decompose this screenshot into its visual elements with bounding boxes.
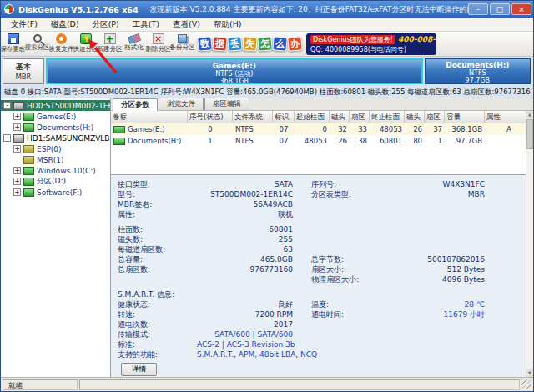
expand-icon[interactable]: + (13, 123, 21, 131)
disk-icon (13, 134, 24, 143)
partition-icon (113, 138, 125, 145)
tree-node-disk-hd0[interactable]: - HD0:ST500DM002-1ER14C(466GB) (1, 100, 110, 111)
collapse-icon[interactable]: - (3, 102, 11, 109)
search-icon (33, 34, 42, 43)
save-icon (8, 33, 19, 44)
ad-phone-number: 400-008-9958 (398, 35, 436, 43)
titlebar: DiskGenius V5.1.2.766 x64 发现新版本 V5.2.0.8… (1, 1, 533, 18)
delete-partition-button[interactable]: 删除分区 (146, 32, 170, 56)
expand-icon[interactable]: + (13, 167, 21, 174)
table-empty-space (111, 147, 533, 174)
tree-node-documents[interactable]: + Documents(H:) (1, 122, 110, 133)
menu-help[interactable]: 帮助(H) (207, 18, 249, 31)
tree-node-software[interactable]: + Software(F:) (1, 187, 110, 198)
search-partition-button[interactable]: 搜索分区 (25, 32, 49, 56)
ad-tile: 据 (212, 36, 227, 51)
tree-node-msr[interactable]: MSR(1) (1, 154, 110, 165)
disk-info-line: 磁盘 0 接口:SATA 型号:ST500DM002-1ER14C 序列号:W4… (4, 88, 531, 98)
format-button[interactable]: 格式化 (122, 32, 146, 56)
new-partition-icon (104, 33, 116, 44)
toolbar: 保存更改 搜索分区 恢复文件 快速分区 新建分区 格式化 删除分区 备份分区 (1, 32, 533, 57)
disk-tree-panel: - HD0:ST500DM002-1ER14C(466GB) + Games(E… (1, 98, 111, 377)
tree-node-windows10[interactable]: + Windows 10(C:) (1, 165, 110, 176)
ad-tile: 么 (272, 36, 287, 51)
expand-icon[interactable]: + (13, 188, 21, 196)
status-bar: 就绪 (1, 377, 533, 391)
partition-icon (23, 167, 34, 175)
menu-view[interactable]: 查看(V) (166, 18, 207, 31)
tab-partition-params[interactable]: 分区参数 (113, 98, 158, 111)
tab-browse-files[interactable]: 浏览文件 (159, 98, 204, 110)
ad-team-banner[interactable]: DiskGenius团队为您服务! 400-008-9958 QQ: 40000… (306, 33, 436, 55)
tree-node-fenqu-d[interactable]: + 分区(D:) (1, 176, 110, 187)
recover-icon (56, 33, 67, 44)
partition-bar: Games(E:) NTFS (活动) 368.1GB Documents(H:… (46, 58, 531, 84)
app-logo-icon (4, 4, 14, 14)
window-title: DiskGenius V5.1.2.766 x64 (18, 5, 139, 14)
format-icon (127, 33, 140, 44)
close-button[interactable]: × (511, 3, 531, 15)
menu-partition[interactable]: 分区(P) (86, 18, 126, 31)
partition-scheme-label: MBR (3, 73, 43, 81)
backup-partition-icon (178, 34, 187, 43)
expand-icon[interactable]: + (13, 178, 21, 185)
right-panel: 分区参数 浏览文件 扇区编辑 卷标 序号(状态) 文件系统 标识 起始柱面 磁头… (111, 98, 533, 377)
table-header: 卷标 序号(状态) 文件系统 标识 起始柱面 磁头 扇区 终止柱面 磁头 扇区 … (111, 111, 533, 123)
scroll-down-icon[interactable]: ▼ (526, 369, 533, 377)
partition-icon (23, 113, 34, 121)
ad-team-text: DiskGenius团队为您服务! (310, 35, 395, 44)
recover-files-button[interactable]: 恢复文件 (49, 32, 73, 56)
expand-icon[interactable]: + (13, 145, 21, 153)
tree-node-esp[interactable]: + ESP(0) (1, 143, 110, 154)
menu-disk[interactable]: 磁盘(D) (44, 18, 86, 31)
smart-detail-button[interactable]: 详情 (121, 363, 157, 376)
backup-partition-button[interactable]: 备份分区 (170, 32, 194, 56)
partition-block-games[interactable]: Games(E:) NTFS (活动) 368.1GB (46, 58, 423, 84)
maximize-button[interactable]: □ (490, 3, 510, 15)
menu-file[interactable]: 文件(F) (4, 18, 44, 31)
system-partition-icon (23, 156, 34, 164)
tab-sector-edit[interactable]: 扇区编辑 (204, 98, 249, 110)
system-partition-icon (23, 145, 34, 153)
ad-tile: 丢 (227, 36, 243, 52)
menu-bar: 文件(F) 磁盘(D) 分区(P) 工具(T) 查看(V) 帮助(H) (1, 18, 533, 32)
menu-tools[interactable]: 工具(T) (126, 18, 166, 31)
scroll-up-icon[interactable]: ▲ (526, 111, 533, 118)
ad-tile: 失 (242, 36, 257, 51)
ad-tile: 办 (287, 36, 303, 52)
ad-tile: 怎 (257, 36, 273, 52)
ad-qq-number: QQ: 4000089958(与电话同号) (310, 45, 432, 54)
disk-type-label: 基本 (3, 62, 43, 73)
collapse-icon[interactable]: - (3, 134, 11, 142)
partition-icon (113, 126, 125, 133)
disk-icon (13, 102, 24, 110)
panel-tabs: 分区参数 浏览文件 扇区编辑 (111, 98, 533, 111)
delete-partition-icon (153, 33, 164, 44)
expand-icon[interactable]: + (13, 113, 21, 120)
ad-tile: 数 (197, 36, 213, 52)
main-area: - HD0:ST500DM002-1ER14C(466GB) + Games(E… (1, 98, 533, 377)
table-row-games[interactable]: Games(E:) 0 NTFS 07 0 32 33 48053 26 37 … (111, 123, 533, 135)
diskgenius-window: DiskGenius V5.1.2.766 x64 发现新版本 V5.2.0.8… (0, 0, 534, 392)
smart-info-title: S.M.A.R.T. 信息: (118, 289, 525, 299)
vertical-scrollbar[interactable]: ▲ ▼ (526, 111, 533, 377)
disk-overview-panel: 基本 MBR Games(E:) NTFS (活动) 368.1GB Docum… (1, 57, 533, 98)
tree-node-games[interactable]: + Games(E:) (1, 111, 110, 122)
save-changes-button[interactable]: 保存更改 (1, 32, 25, 56)
partition-icon (23, 178, 34, 186)
tree-node-disk-hd1[interactable]: - HD1:SAMSUNGMZVLB256HAHQ-00000(238GB) (1, 133, 110, 143)
partition-icon (23, 123, 34, 132)
scrollbar-thumb[interactable] (526, 119, 533, 149)
disk-type-box: 基本 MBR (3, 58, 44, 84)
new-partition-button[interactable]: 新建分区 (98, 32, 122, 56)
resize-grip[interactable] (521, 379, 531, 389)
partition-block-documents[interactable]: Documents(H:) NTFS 97.7GB (425, 58, 531, 84)
update-notice: 发现新版本 V5.2.0.884 主要更新内容如下: 20、纠正备份FAT32/… (150, 4, 468, 15)
quick-partition-icon (80, 33, 92, 44)
minimize-button[interactable]: – (468, 3, 488, 15)
ad-slogan-banner[interactable]: 数 据 丢 失 怎 么 办 (198, 37, 302, 51)
quick-partition-button[interactable]: 快速分区 (73, 32, 98, 56)
disk-details-panel: 接口类型:SATA序列号:W4X3N1FC 型号:ST500DM002-1ER1… (111, 174, 533, 377)
table-row-documents[interactable]: Documents(H:) 1 NTFS 07 48053 26 38 6080… (111, 135, 533, 147)
status-filler (79, 379, 520, 390)
